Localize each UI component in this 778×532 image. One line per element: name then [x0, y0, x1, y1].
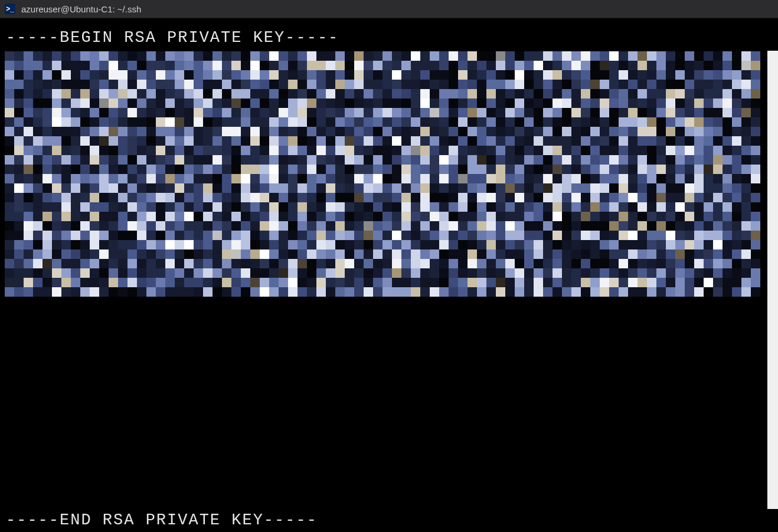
rsa-begin-marker: -----BEGIN RSA PRIVATE KEY-----: [6, 29, 339, 47]
window-title-bar[interactable]: >_ azureuser@Ubuntu-C1: ~/.ssh: [0, 0, 778, 18]
rsa-end-marker: -----END RSA PRIVATE KEY-----: [6, 511, 318, 529]
vertical-scrollbar[interactable]: [767, 51, 778, 509]
terminal-viewport[interactable]: -----BEGIN RSA PRIVATE KEY----- -----END…: [0, 18, 778, 532]
powershell-icon: >_: [5, 4, 15, 14]
redacted-key-body: [5, 51, 760, 297]
window-title-text: azureuser@Ubuntu-C1: ~/.ssh: [21, 4, 141, 14]
